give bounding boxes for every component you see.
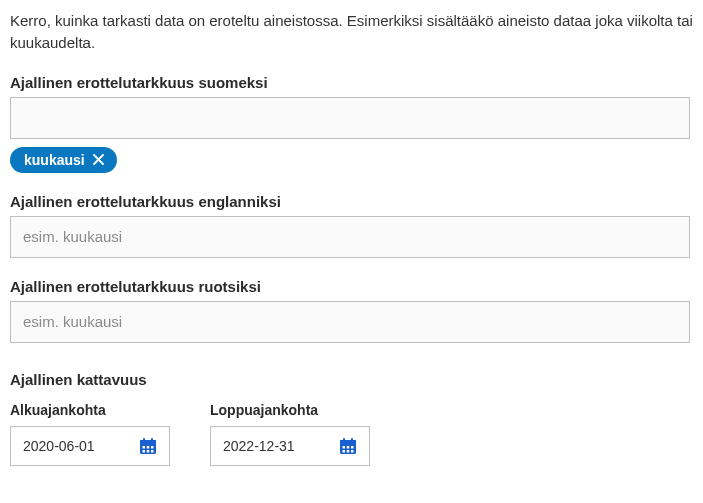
svg-rect-20 — [347, 450, 350, 453]
svg-rect-15 — [351, 438, 353, 442]
svg-rect-14 — [343, 438, 345, 442]
end-date-input[interactable] — [221, 437, 316, 455]
label-start-date: Alkuajankohta — [10, 402, 170, 418]
svg-rect-7 — [147, 446, 150, 449]
svg-rect-10 — [147, 450, 150, 453]
calendar-icon[interactable] — [137, 435, 159, 457]
tag-label: kuukausi — [24, 152, 85, 168]
svg-rect-16 — [343, 446, 346, 449]
calendar-icon[interactable] — [337, 435, 359, 457]
svg-rect-21 — [351, 450, 354, 453]
svg-rect-9 — [143, 450, 146, 453]
svg-rect-18 — [351, 446, 354, 449]
date-col-start: Alkuajankohta — [10, 402, 170, 466]
svg-rect-11 — [151, 450, 154, 453]
start-date-wrap — [10, 426, 170, 466]
label-resolution-fi: Ajallinen erottelutarkkuus suomeksi — [10, 74, 693, 91]
end-date-wrap — [210, 426, 370, 466]
input-resolution-fi[interactable] — [10, 97, 690, 139]
svg-rect-13 — [340, 440, 356, 444]
label-resolution-sv: Ajallinen erottelutarkkuus ruotsiksi — [10, 278, 693, 295]
start-date-input[interactable] — [21, 437, 116, 455]
tag-kuukausi: kuukausi — [10, 147, 117, 173]
svg-rect-3 — [140, 440, 156, 444]
svg-rect-5 — [151, 438, 153, 442]
svg-rect-6 — [143, 446, 146, 449]
temporal-heading: Ajallinen kattavuus — [10, 371, 693, 388]
svg-rect-19 — [343, 450, 346, 453]
description-text: Kerro, kuinka tarkasti data on eroteltu … — [10, 10, 693, 54]
input-resolution-en[interactable] — [10, 216, 690, 258]
input-resolution-sv[interactable] — [10, 301, 690, 343]
tag-row-fi: kuukausi — [10, 147, 693, 173]
date-col-end: Loppuajankohta — [210, 402, 370, 466]
svg-rect-8 — [151, 446, 154, 449]
close-icon[interactable] — [91, 152, 107, 168]
svg-rect-4 — [143, 438, 145, 442]
date-row: Alkuajankohta Loppuajankohta — [10, 402, 693, 466]
svg-rect-17 — [347, 446, 350, 449]
label-resolution-en: Ajallinen erottelutarkkuus englanniksi — [10, 193, 693, 210]
label-end-date: Loppuajankohta — [210, 402, 370, 418]
